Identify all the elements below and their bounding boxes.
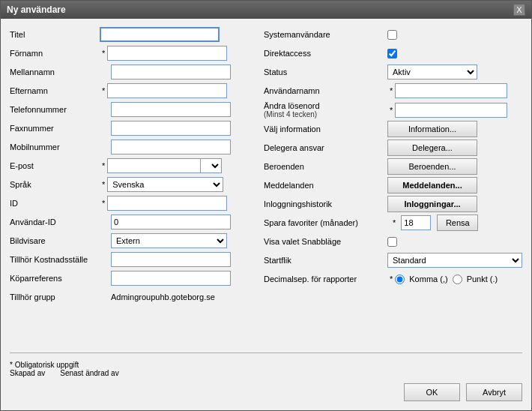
snabblage-checkbox[interactable] — [387, 237, 397, 247]
content-area: Titel Förnamn * Mellannamn Efternamn — [1, 19, 531, 410]
titel-row: Titel — [10, 26, 249, 43]
efternamn-label: Efternamn — [10, 86, 100, 95]
beroenden-button[interactable]: Beroenden... — [387, 158, 477, 175]
mobil-label: Mobilnummer — [10, 142, 100, 152]
telefon-label: Telefonnummer — [10, 105, 100, 114]
spara-favoriter-label: Spara favoriter (månader) — [264, 218, 387, 227]
losenord-input[interactable] — [395, 103, 507, 118]
fax-row: Faxnummer — [10, 120, 249, 136]
epost-required: * — [102, 161, 105, 170]
direktaccess-checkbox[interactable] — [387, 49, 397, 58]
sprak-required: * — [102, 180, 105, 189]
snabblage-label: Visa valet Snabbläge — [264, 237, 387, 246]
radio-punkt[interactable] — [453, 274, 462, 284]
losenord-row: Ändra lösenord (Minst 4 tecken) * — [264, 101, 522, 118]
andrad-label: Senast ändrad av — [60, 369, 118, 377]
delegera-button[interactable]: Delegera... — [387, 140, 477, 156]
bildvisare-label: Bildvisare — [10, 236, 100, 245]
footer-area: * Obligatorisk uppgift Skapad av Senast … — [10, 348, 522, 403]
id-input[interactable] — [107, 196, 227, 211]
fornamn-required: * — [102, 49, 105, 58]
inloggning-row: Inloggningshistorik Inloggningar... — [264, 196, 522, 212]
rensa-button[interactable]: Rensa — [437, 214, 478, 231]
form-area: Titel Förnamn * Mellannamn Efternamn — [10, 26, 522, 348]
direktaccess-row: Direktaccess — [264, 45, 522, 62]
meddelanden-label: Meddelanden — [264, 181, 387, 190]
koparreferens-input[interactable] — [111, 271, 231, 286]
delegera-label: Delegera ansvar — [264, 143, 387, 152]
meddelanden-button[interactable]: Meddelanden... — [387, 177, 477, 194]
anvandar-id-input[interactable] — [111, 214, 231, 230]
mobil-input[interactable] — [111, 140, 231, 154]
epost-domain-select[interactable] — [201, 158, 222, 173]
kostnadsstalle-row: Tillhör Kostnadsställe — [10, 251, 249, 268]
obligatorisk-note: * Obligatorisk uppgift — [10, 361, 522, 369]
anvandarnamn-label: Användarnamn — [264, 86, 387, 95]
status-row: Status Aktiv Inaktiv — [264, 64, 522, 80]
epost-row: E-post * — [10, 158, 249, 174]
left-column: Titel Förnamn * Mellannamn Efternamn — [10, 26, 249, 348]
direktaccess-label: Direktaccess — [264, 49, 387, 58]
systemanvandare-label: Systemanvändare — [264, 30, 387, 39]
footer-buttons: OK Avbryt — [10, 380, 522, 403]
fornamn-row: Förnamn * — [10, 45, 249, 62]
fornamn-input[interactable] — [107, 46, 227, 61]
radio-komma[interactable] — [395, 274, 405, 284]
fornamn-label: Förnamn — [10, 49, 100, 58]
information-button[interactable]: Information... — [387, 121, 477, 137]
title-bar: Ny användare X — [1, 1, 531, 19]
valj-information-label: Välj information — [264, 124, 387, 134]
main-window: Ny användare X Titel Förnamn * M — [0, 0, 532, 411]
telefon-row: Telefonnummer — [10, 101, 249, 118]
bildvisare-select[interactable]: Extern — [111, 233, 227, 248]
anvandar-id-label: Användar-ID — [10, 218, 100, 226]
tillhor-grupp-row: Tillhör grupp Admingroupuhb.goteborg.se — [10, 289, 249, 305]
meddelanden-row: Meddelanden Meddelanden... — [264, 177, 522, 194]
id-required: * — [102, 199, 105, 208]
sprak-select[interactable]: Svenska — [107, 177, 223, 192]
anvandarnamn-input[interactable] — [395, 83, 507, 98]
epost-input[interactable] — [107, 158, 201, 173]
status-select[interactable]: Aktiv Inaktiv — [387, 64, 477, 80]
cancel-button[interactable]: Avbryt — [466, 383, 522, 401]
bildvisare-row: Bildvisare Extern — [10, 232, 249, 249]
beroenden-row: Beroenden Beroenden... — [264, 158, 522, 175]
efternamn-required: * — [102, 86, 105, 95]
kostnadsstalle-input[interactable] — [111, 252, 231, 267]
startflik-select[interactable]: Standard — [387, 253, 522, 268]
mellannamn-input[interactable] — [111, 64, 231, 80]
ok-button[interactable]: OK — [404, 383, 460, 401]
spara-favoriter-input[interactable] — [401, 215, 431, 230]
koparreferens-row: Köparreferens — [10, 270, 249, 286]
epost-label: E-post — [10, 161, 100, 170]
efternamn-row: Efternamn * — [10, 82, 249, 99]
footer-notes: * Obligatorisk uppgift Skapad av Senast … — [10, 358, 522, 380]
systemanvandare-checkbox[interactable] — [387, 30, 397, 40]
close-button[interactable]: X — [513, 4, 525, 16]
sprak-label: Språk — [10, 180, 100, 189]
delegera-row: Delegera ansvar Delegera... — [264, 140, 522, 156]
skapad-label: Skapad av — [10, 369, 45, 377]
footer-info: Skapad av Senast ändrad av — [10, 369, 522, 377]
kostnadsstalle-label: Tillhör Kostnadsställe — [10, 255, 100, 264]
losenord-sublabel: (Minst 4 tecken) — [264, 110, 387, 118]
anvandar-id-row: Användar-ID — [10, 214, 249, 230]
decimalsep-row: Decimalsep. för rapporter * Komma (,) Pu… — [264, 271, 522, 287]
window-title: Ny användare — [7, 4, 66, 15]
titel-label: Titel — [10, 30, 100, 39]
right-column: Systemanvändare Direktaccess Status Akti… — [264, 26, 522, 348]
titel-input[interactable] — [100, 27, 220, 42]
decimalsep-radio-group: Komma (,) Punkt (.) — [395, 274, 498, 284]
beroenden-label: Beroenden — [264, 162, 387, 171]
efternamn-input[interactable] — [107, 83, 227, 98]
status-label: Status — [264, 68, 387, 76]
losenord-label: Ändra lösenord — [264, 101, 387, 110]
inloggningar-button[interactable]: Inloggningar... — [387, 196, 477, 212]
telefon-input[interactable] — [111, 102, 231, 117]
radio-komma-label: Komma (,) — [409, 274, 447, 284]
losenord-required: * — [390, 106, 393, 115]
decimalsep-required: * — [390, 274, 393, 284]
id-label: ID — [10, 199, 100, 208]
fax-input[interactable] — [111, 121, 231, 136]
valj-information-row: Välj information Information... — [264, 121, 522, 137]
